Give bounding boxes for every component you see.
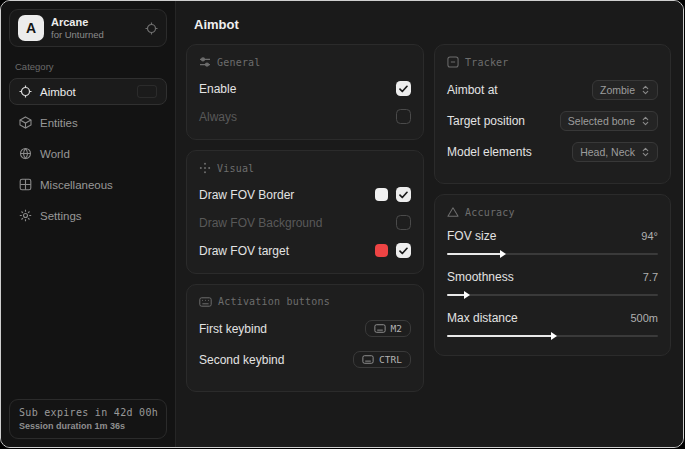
fov-border-checkbox[interactable] — [396, 187, 411, 202]
sidebar-item-label: Miscellaneous — [40, 179, 113, 191]
sidebar-item-world[interactable]: World — [9, 140, 167, 167]
keyboard-icon — [374, 324, 386, 333]
slider-thumb[interactable] — [500, 250, 506, 258]
first-keybind-button[interactable]: M2 — [365, 320, 411, 337]
category-label: Category — [15, 61, 161, 72]
color-swatch[interactable] — [375, 188, 388, 201]
brand-text: Arcane for Unturned — [51, 16, 138, 41]
aimbot-at-select[interactable]: Zombie — [592, 80, 658, 100]
setting-row: Always — [199, 107, 411, 126]
setting-row: First keybind M2 — [199, 318, 411, 339]
enable-checkbox[interactable] — [396, 81, 411, 96]
tracker-card: Tracker Aimbot at Zombie Target position… — [434, 44, 671, 184]
setting-label: Draw FOV Border — [199, 188, 294, 202]
visual-card: Visual Draw FOV Border Draw FOV Backgrou… — [186, 150, 424, 274]
fov-target-checkbox[interactable] — [396, 243, 411, 258]
select-value: Zombie — [600, 84, 635, 96]
chevrons-up-down-icon — [641, 147, 650, 157]
keyboard-icon — [362, 355, 374, 364]
sliders-icon — [199, 56, 211, 68]
sidebar-item-label: Aimbot — [40, 86, 76, 98]
max-distance-group: Max distance 500m — [447, 311, 658, 341]
sidebar-item-miscellaneous[interactable]: Miscellaneous — [9, 171, 167, 198]
scan-icon — [447, 56, 459, 68]
keybind-hint — [137, 85, 157, 98]
setting-label: Draw FOV target — [199, 244, 289, 258]
general-card: General Enable Always — [186, 44, 424, 140]
sidebar-item-entities[interactable]: Entities — [9, 109, 167, 136]
max-distance-slider[interactable] — [447, 332, 658, 341]
setting-label: Max distance — [447, 311, 518, 325]
setting-row: Model elements Head, Neck — [447, 141, 658, 162]
cube-icon — [19, 116, 32, 129]
slider-fill — [447, 335, 553, 337]
fov-size-slider[interactable] — [447, 250, 658, 259]
smoothness-group: Smoothness 7.7 — [447, 270, 658, 300]
fov-background-checkbox[interactable] — [396, 215, 411, 230]
brand-subtitle: for Unturned — [51, 29, 138, 40]
app-window: A Arcane for Unturned Category Aimbot — [0, 0, 684, 448]
keyboard-icon — [199, 297, 212, 307]
section-title: General — [217, 57, 261, 68]
slider-fill — [447, 294, 466, 296]
left-column: General Enable Always — [186, 44, 424, 402]
sidebar-item-label: Settings — [40, 210, 82, 222]
brand-card: A Arcane for Unturned — [9, 9, 167, 47]
section-title: Activation buttons — [218, 296, 330, 307]
smoothness-slider[interactable] — [447, 291, 658, 300]
accuracy-card: Accuracy FOV size 94° — [434, 194, 671, 356]
sidebar-item-settings[interactable]: Settings — [9, 202, 167, 229]
setting-row: Draw FOV target — [199, 241, 411, 260]
setting-label: Enable — [199, 82, 236, 96]
setting-controls — [375, 243, 411, 258]
slider-fill — [447, 253, 502, 255]
check-icon — [399, 191, 408, 199]
keybind-value: CTRL — [379, 354, 402, 365]
color-swatch[interactable] — [375, 244, 388, 257]
select-value: Selected bone — [568, 115, 635, 127]
second-keybind-button[interactable]: CTRL — [353, 351, 411, 368]
sidebar-item-aimbot[interactable]: Aimbot — [9, 78, 167, 105]
model-elements-select[interactable]: Head, Neck — [572, 142, 658, 162]
visual-card-header: Visual — [199, 162, 411, 174]
chevrons-up-down-icon — [641, 116, 650, 126]
activation-card-header: Activation buttons — [199, 296, 411, 307]
setting-label: Smoothness — [447, 270, 514, 284]
crosshair-icon — [19, 85, 32, 98]
brand-logo: A — [18, 15, 44, 41]
sidebar-spacer — [9, 233, 167, 399]
check-icon — [399, 247, 408, 255]
dots-icon — [199, 162, 211, 174]
target-position-select[interactable]: Selected bone — [560, 111, 658, 131]
slider-track — [447, 294, 658, 296]
grid-icon — [19, 178, 32, 191]
general-card-header: General — [199, 56, 411, 68]
setting-controls — [375, 187, 411, 202]
keybind-value: M2 — [391, 323, 402, 334]
slider-thumb[interactable] — [551, 332, 557, 340]
setting-row: Draw FOV Border — [199, 185, 411, 204]
setting-label: FOV size — [447, 229, 496, 243]
crosshair-icon[interactable] — [145, 22, 158, 35]
tracker-card-header: Tracker — [447, 56, 658, 68]
check-icon — [399, 85, 408, 93]
setting-row: Second keybind CTRL — [199, 349, 411, 370]
brand-title: Arcane — [51, 16, 138, 29]
sub-expiry-text: Sub expires in 42d 00h — [19, 407, 157, 418]
slider-value: 500m — [630, 312, 658, 324]
accuracy-card-header: Accuracy — [447, 206, 658, 218]
slider-value: 7.7 — [643, 271, 658, 283]
setting-label: Draw FOV Background — [199, 216, 322, 230]
slider-thumb[interactable] — [464, 291, 470, 299]
setting-label: Second keybind — [199, 353, 284, 367]
section-title: Accuracy — [465, 207, 515, 218]
setting-row: Enable — [199, 79, 411, 98]
always-checkbox[interactable] — [396, 109, 411, 124]
fov-size-group: FOV size 94° — [447, 229, 658, 259]
setting-row: Target position Selected bone — [447, 110, 658, 131]
globe-icon — [19, 147, 32, 160]
sidebar: A Arcane for Unturned Category Aimbot — [1, 1, 176, 447]
main-content: Aimbot General Enable — [176, 1, 683, 447]
setting-label: First keybind — [199, 322, 267, 336]
setting-row: Aimbot at Zombie — [447, 79, 658, 100]
